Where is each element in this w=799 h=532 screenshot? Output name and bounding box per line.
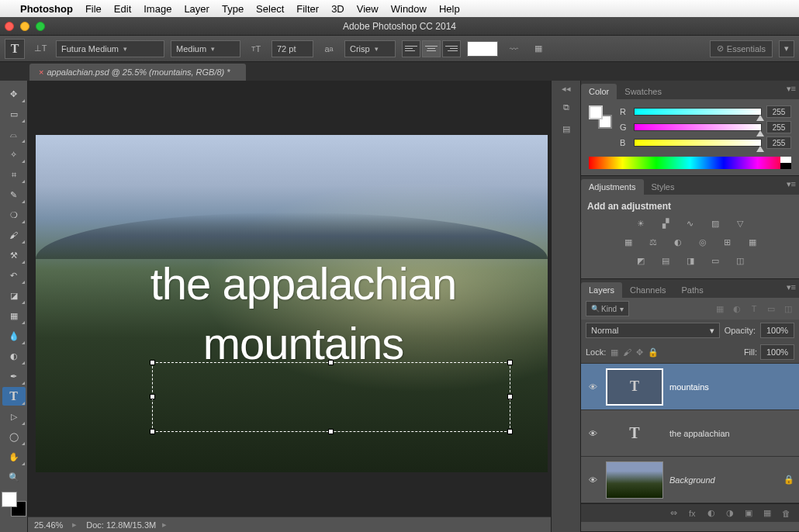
panel-menu-icon[interactable]: ▾≡ <box>787 179 796 189</box>
font-size-input[interactable]: 72 pt <box>272 40 313 57</box>
curves-icon[interactable]: ∿ <box>682 216 699 230</box>
history-panel-icon[interactable]: ⧉ <box>555 98 577 116</box>
layer-name[interactable]: Background <box>669 475 715 485</box>
exposure-icon[interactable]: ▨ <box>707 216 724 230</box>
close-tab-icon[interactable]: × <box>39 67 43 77</box>
b-value[interactable]: 255 <box>766 136 791 149</box>
g-value[interactable]: 255 <box>766 121 791 133</box>
adjustment-layer-icon[interactable]: ◑ <box>726 508 738 518</box>
brush-tool[interactable]: 🖌 <box>2 226 26 244</box>
blend-mode-dropdown[interactable]: Normal <box>586 323 720 338</box>
delete-layer-icon[interactable]: 🗑 <box>782 509 794 518</box>
layer-fx-icon[interactable]: fx <box>689 509 701 518</box>
filter-adjust-icon[interactable]: ◐ <box>731 302 743 315</box>
document-canvas[interactable]: the appalachian mountains <box>36 135 548 472</box>
tab-color[interactable]: Color <box>581 84 617 99</box>
resize-handle[interactable] <box>507 394 513 399</box>
type-tool[interactable]: T <box>2 387 26 406</box>
menu-select[interactable]: Select <box>256 3 284 15</box>
canvas-text-layer-2[interactable]: mountains <box>74 317 532 369</box>
tab-paths[interactable]: Paths <box>674 282 711 298</box>
eyedropper-tool[interactable]: ✎ <box>2 185 26 204</box>
brightness-icon[interactable]: ☀ <box>632 216 649 230</box>
selective-color-icon[interactable]: ◫ <box>732 254 749 268</box>
link-layers-icon[interactable]: ⇔ <box>670 508 683 518</box>
resize-handle[interactable] <box>150 394 155 399</box>
path-selection-tool[interactable]: ▷ <box>2 407 26 426</box>
menu-3d[interactable]: 3D <box>331 3 344 15</box>
properties-panel-icon[interactable]: ▤ <box>555 119 577 138</box>
visibility-icon[interactable]: 👁 <box>586 475 600 485</box>
menu-edit[interactable]: Edit <box>114 3 131 15</box>
gradient-map-icon[interactable]: ▭ <box>707 254 724 268</box>
menu-window[interactable]: Window <box>391 3 427 15</box>
canvas-text-layer-1[interactable]: the appalachian <box>74 257 532 309</box>
layer-filter-kind[interactable]: Kind <box>586 301 629 316</box>
g-slider[interactable] <box>634 123 762 131</box>
tab-adjustments[interactable]: Adjustments <box>581 179 644 195</box>
clone-stamp-tool[interactable]: ⚒ <box>2 246 26 264</box>
tool-preset-icon[interactable]: T <box>5 39 25 59</box>
threshold-icon[interactable]: ◨ <box>682 254 699 268</box>
fill-input[interactable]: 100% <box>760 344 794 360</box>
r-slider[interactable] <box>634 108 762 116</box>
visibility-icon[interactable]: 👁 <box>586 429 600 438</box>
eraser-tool[interactable]: ◪ <box>2 286 26 305</box>
layer-name[interactable]: the appalachian <box>669 429 730 438</box>
lock-transparency-icon[interactable]: ▦ <box>610 347 618 358</box>
warp-text-icon[interactable]: 〰 <box>504 40 523 58</box>
layer-thumbnail[interactable] <box>606 461 663 499</box>
filter-type-icon[interactable]: T <box>748 302 760 315</box>
lasso-tool[interactable]: ⌓ <box>2 125 26 143</box>
filter-smart-icon[interactable]: ◫ <box>782 302 794 315</box>
levels-icon[interactable]: ▞ <box>657 216 674 230</box>
opacity-input[interactable]: 100% <box>760 323 794 338</box>
pen-tool[interactable]: ✒ <box>2 367 26 385</box>
foreground-color-swatch[interactable] <box>2 492 17 507</box>
layer-row[interactable]: 👁 Background 🔒 <box>581 457 799 503</box>
color-panel-fgbg[interactable] <box>589 105 612 129</box>
text-color-swatch[interactable] <box>467 41 498 57</box>
app-menu[interactable]: Photoshop <box>20 3 73 15</box>
menu-help[interactable]: Help <box>439 3 460 15</box>
antialias-dropdown[interactable]: Crisp <box>344 40 396 57</box>
doc-size[interactable]: Doc: 12.8M/15.3M <box>86 520 156 530</box>
healing-brush-tool[interactable]: ❍ <box>2 206 26 224</box>
zoom-tool[interactable]: 🔍 <box>2 468 26 486</box>
panel-menu-icon[interactable]: ▾≡ <box>787 84 796 94</box>
layer-mask-icon[interactable]: ◐ <box>707 508 720 518</box>
tab-layers[interactable]: Layers <box>581 282 622 298</box>
menu-type[interactable]: Type <box>222 3 244 15</box>
foreground-background-colors[interactable] <box>2 492 26 516</box>
menu-filter[interactable]: Filter <box>296 3 319 15</box>
gradient-tool[interactable]: ▦ <box>2 306 26 325</box>
resize-handle[interactable] <box>328 429 334 434</box>
color-spectrum[interactable] <box>589 157 791 169</box>
resize-handle[interactable] <box>328 360 334 365</box>
resize-handle[interactable] <box>150 429 155 434</box>
menu-view[interactable]: View <box>357 3 379 15</box>
marquee-tool[interactable]: ▭ <box>2 105 26 123</box>
character-panel-icon[interactable]: ▦ <box>529 40 548 58</box>
layer-row[interactable]: 👁 T mountains <box>581 364 799 410</box>
hand-tool[interactable]: ✋ <box>2 447 26 466</box>
history-brush-tool[interactable]: ↶ <box>2 266 26 285</box>
new-layer-icon[interactable]: ▦ <box>763 508 776 518</box>
workspace-menu-icon[interactable]: ▾ <box>779 40 794 57</box>
photo-filter-icon[interactable]: ◎ <box>694 235 711 249</box>
panel-menu-icon[interactable]: ▾≡ <box>787 282 796 292</box>
resize-handle[interactable] <box>507 360 513 365</box>
bw-icon[interactable]: ◐ <box>669 235 687 249</box>
blur-tool[interactable]: 💧 <box>2 326 26 345</box>
magic-wand-tool[interactable]: ✧ <box>2 145 26 164</box>
status-separator-icon[interactable] <box>69 520 80 530</box>
layer-name[interactable]: mountains <box>669 382 709 392</box>
color-lookup-icon[interactable]: ▦ <box>744 235 761 249</box>
text-bounding-box[interactable] <box>152 362 510 432</box>
status-chevron-icon[interactable]: ▸ <box>162 520 167 530</box>
align-right-button[interactable] <box>442 40 461 57</box>
dodge-tool[interactable]: ◐ <box>2 347 26 365</box>
visibility-icon[interactable]: 👁 <box>586 382 600 392</box>
font-family-dropdown[interactable]: Futura Medium <box>56 40 164 57</box>
lock-all-icon[interactable]: 🔒 <box>648 347 659 358</box>
